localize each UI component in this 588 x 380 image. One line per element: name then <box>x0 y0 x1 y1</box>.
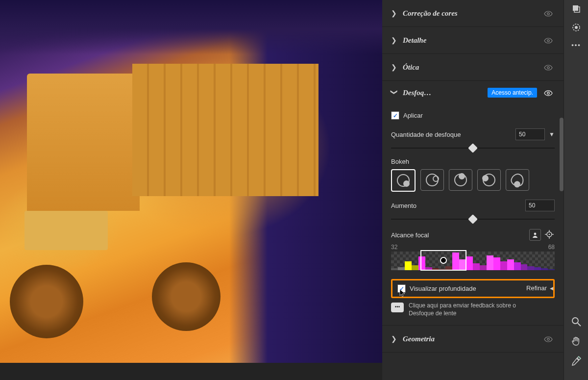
section-title: Correção de cores <box>403 9 458 18</box>
eyedropper-icon[interactable] <box>571 355 582 366</box>
visibility-icon[interactable] <box>542 10 555 17</box>
apply-checkbox[interactable] <box>391 111 399 120</box>
focal-min-value: 32 <box>391 244 397 251</box>
visibility-icon[interactable] <box>542 64 555 71</box>
visibility-icon[interactable] <box>542 37 555 44</box>
dropdown-icon[interactable]: ▼ <box>549 131 555 138</box>
section-blur: ❯ Desfoq… Acesso antecip. Aplicar Quanti… <box>382 81 564 326</box>
visualize-depth-label: Visualizar profundidade <box>410 285 476 292</box>
bokeh-option-4[interactable] <box>477 169 501 191</box>
focal-range-label: Alcance focal <box>391 231 429 239</box>
svg-line-17 <box>578 323 581 326</box>
bokeh-option-3[interactable] <box>449 169 472 191</box>
chevron-right-icon: ❯ <box>391 9 398 17</box>
svg-point-3 <box>547 92 549 94</box>
focal-range-handle[interactable] <box>440 257 447 264</box>
bokeh-option-1[interactable] <box>391 169 416 192</box>
section-color-correction[interactable]: ❯ Correção de cores <box>382 0 564 27</box>
visibility-icon[interactable] <box>542 89 555 97</box>
section-title: Geometria <box>403 335 435 343</box>
feedback-text: Clique aqui para enviar feedback sobre o… <box>409 302 516 317</box>
cursor-icon <box>399 289 406 298</box>
section-title: Desfoq… <box>403 89 431 97</box>
chevron-right-icon: ❯ <box>391 36 398 44</box>
section-title: Ótica <box>403 63 419 72</box>
svg-point-16 <box>572 318 578 324</box>
visibility-icon[interactable] <box>542 335 555 343</box>
right-panel: ❯ Correção de cores ❯ Detalhe ❯ Ótica <box>382 0 564 380</box>
focal-range-histogram[interactable] <box>391 252 555 270</box>
svg-point-19 <box>578 356 579 357</box>
bokeh-option-2[interactable] <box>420 169 444 191</box>
svg-point-4 <box>534 233 537 235</box>
svg-point-6 <box>549 234 550 235</box>
early-access-badge: Acesso antecip. <box>488 88 537 98</box>
svg-point-18 <box>580 358 581 359</box>
bokeh-option-5[interactable] <box>506 169 529 191</box>
feedback-link[interactable]: Clique aqui para enviar feedback sobre o… <box>391 302 555 317</box>
panel-scrollbar[interactable] <box>560 118 564 191</box>
chevron-down-icon: ❯ <box>391 89 398 96</box>
chevron-right-icon: ❯ <box>391 63 398 71</box>
boost-input[interactable] <box>525 200 555 211</box>
depth-preview-image <box>0 0 382 363</box>
svg-point-0 <box>547 13 549 15</box>
focal-range-selection[interactable] <box>420 250 466 271</box>
more-icon[interactable]: ••• <box>571 41 581 49</box>
section-detail[interactable]: ❯ Detalhe <box>382 27 564 54</box>
layers-icon[interactable] <box>571 4 581 14</box>
bokeh-label: Bokeh <box>391 158 555 165</box>
blur-amount-input[interactable] <box>515 128 545 140</box>
blur-amount-slider[interactable] <box>391 144 555 152</box>
apply-label: Aplicar <box>403 112 423 119</box>
chevron-right-icon: ❯ <box>391 335 398 343</box>
boost-label: Aumento <box>391 202 416 209</box>
section-geometry[interactable]: ❯ Geometria <box>382 326 564 353</box>
hand-icon[interactable] <box>571 336 582 347</box>
svg-point-11 <box>547 338 549 340</box>
svg-point-1 <box>547 40 549 42</box>
section-title: Detalhe <box>403 36 426 45</box>
section-blur-header[interactable]: ❯ Desfoq… Acesso antecip. <box>382 81 564 104</box>
svg-rect-12 <box>573 5 578 11</box>
focal-max-value: 68 <box>548 244 555 251</box>
tool-strip: ••• <box>564 0 588 380</box>
blur-amount-label: Quantidade de desfoque <box>391 131 461 138</box>
target-focus-icon[interactable] <box>544 229 555 240</box>
speech-bubble-icon <box>391 303 404 312</box>
svg-point-2 <box>547 67 549 69</box>
mask-icon[interactable] <box>571 23 581 32</box>
subject-focus-icon[interactable] <box>529 229 541 241</box>
svg-point-15 <box>575 26 578 29</box>
zoom-icon[interactable] <box>571 316 582 327</box>
boost-slider[interactable] <box>391 215 555 223</box>
section-optics[interactable]: ❯ Ótica <box>382 54 564 81</box>
image-canvas[interactable] <box>0 0 382 380</box>
highlighted-control: Visualizar profundidade <box>391 279 555 298</box>
